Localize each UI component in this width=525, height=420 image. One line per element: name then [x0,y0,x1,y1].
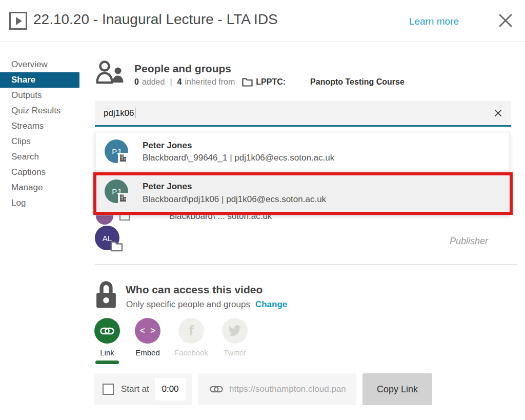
lock-icon [95,278,117,311]
share-dialog: 22.10.20 - Inaugural Lecture - LTA IDS L… [0,0,525,420]
sidebar-item-overview[interactable]: Overview [0,57,87,72]
share-url-field[interactable]: https://southampton.cloud.pan [198,373,356,405]
start-at-label: Start at [121,373,149,405]
suggestion-name: Peter Jones [143,141,192,151]
publisher-list-item[interactable]: AL Publisher [95,226,518,258]
learn-more-link[interactable]: Learn more [409,16,459,27]
people-search-input[interactable]: pdj1k06 [95,101,511,127]
access-status: Only specific people and groupsChange [126,299,287,310]
footer-divider [95,368,518,368]
sidebar-item-clips[interactable]: Clips [0,134,87,149]
added-label: added [142,77,165,87]
people-groups-title: People and groups [134,63,231,75]
suggestion-peter-jones-2[interactable]: PJ Peter Jones Blackboard\pdj1k06 | pdj1… [95,170,510,215]
search-suggestions-dropdown: PJ Peter Jones Blackboard\_99646_1 | pdj… [95,132,510,215]
share-url-value: https://southampton.cloud.pan [229,373,347,405]
sidebar: Overview Share Outputs Quiz Results Stre… [0,57,87,211]
sidebar-item-manage[interactable]: Manage [0,180,87,195]
sidebar-item-search[interactable]: Search [0,149,87,165]
embed-code-icon: < > [135,318,160,344]
folder-icon [242,78,253,87]
section-divider [95,264,518,265]
video-play-icon [9,12,27,30]
suggestion-detail: Blackboard\_99646_1 | pdj1k06@ecs.soton.… [143,153,334,163]
sidebar-item-share[interactable]: Share [0,72,79,88]
dialog-title: 22.10.20 - Inaugural Lecture - LTA IDS [33,11,278,28]
change-access-link[interactable]: Change [255,299,287,309]
sidebar-item-streams[interactable]: Streams [0,118,87,134]
text-caret [135,108,136,118]
share-option-facebook[interactable]: f Facebook [171,318,212,357]
sidebar-item-outputs[interactable]: Outputs [0,88,87,103]
access-title: Who can access this video [126,284,262,296]
facebook-icon: f [178,318,204,344]
copy-link-button[interactable]: Copy Link [362,373,432,405]
building-icon [118,153,128,163]
share-option-embed[interactable]: < > Embed [127,318,168,357]
building-icon [118,193,128,203]
share-option-twitter[interactable]: Twitter [214,318,255,357]
start-at-group: Start at 0:00 [94,373,192,405]
dialog-header: 22.10.20 - Inaugural Lecture - LTA IDS L… [0,0,525,42]
suggestion-detail: Blackboard\pdj1k06 | pdj1k06@ecs.soton.a… [143,194,326,205]
search-value: pdj1k06 [104,108,134,118]
added-count: 0 [134,77,139,87]
inherited-label: inherited from [185,77,235,87]
link-icon [94,318,120,344]
inherited-count: 4 [177,77,182,87]
active-tab-indicator [95,361,119,364]
people-groups-meta: 0 added | 4 inherited from LPPTC: Panopt… [134,77,405,87]
start-at-checkbox[interactable] [103,384,114,395]
start-time-input[interactable]: 0:00 [155,378,186,401]
suggestion-name: Peter Jones [143,182,192,192]
sidebar-item-log[interactable]: Log [0,195,87,211]
share-option-link[interactable]: Link [87,318,128,357]
sidebar-item-captions[interactable]: Captions [0,165,87,180]
sidebar-item-quiz-results[interactable]: Quiz Results [0,103,87,118]
folder-badge-icon [110,241,123,254]
suggestion-peter-jones-1[interactable]: PJ Peter Jones Blackboard\_99646_1 | pdj… [95,132,510,170]
clear-search-icon[interactable] [494,109,502,119]
link-chain-icon [210,386,223,395]
people-group-icon [95,60,124,87]
folder-code: LPPTC: [256,77,286,87]
folder-name-link[interactable]: Panopto Testing Course [310,77,405,87]
twitter-icon [222,318,248,344]
publisher-role-label: Publisher [450,236,488,247]
close-icon[interactable] [498,13,513,28]
